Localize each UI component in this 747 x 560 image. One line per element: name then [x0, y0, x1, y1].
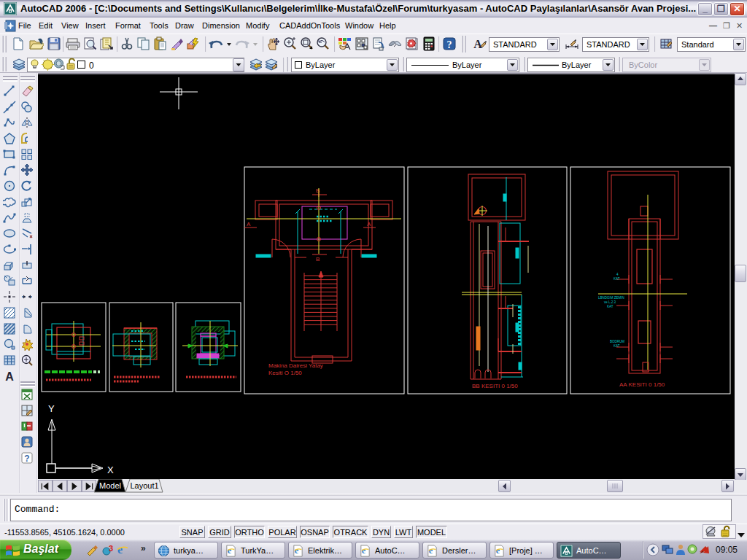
svg-text:A: A	[247, 221, 251, 228]
svg-text:e: e	[362, 545, 366, 556]
svg-text:e: e	[429, 545, 433, 556]
svg-text:KAT: KAT	[614, 344, 620, 348]
svg-text:Kesiti O 1/50: Kesiti O 1/50	[268, 370, 302, 376]
svg-text:?: ?	[24, 454, 29, 464]
svg-text:e: e	[228, 545, 232, 556]
svg-text:X: X	[107, 464, 114, 475]
svg-text:e: e	[295, 545, 299, 556]
svg-text:B: B	[316, 256, 320, 262]
svg-text:BODRUM: BODRUM	[610, 340, 624, 343]
svg-text:ve L.2.3: ve L.2.3	[604, 300, 616, 304]
svg-text:Y: Y	[48, 403, 55, 414]
svg-text:e: e	[496, 545, 500, 556]
svg-text:Makina Dairesi Yatay: Makina Dairesi Yatay	[268, 362, 323, 369]
svg-text:A: A	[367, 221, 371, 228]
svg-text:AA KESITI 0 1/50: AA KESITI 0 1/50	[619, 381, 665, 388]
svg-text:KAT: KAT	[614, 277, 620, 281]
svg-text:A: A	[473, 38, 482, 50]
svg-text:3: 3	[109, 544, 113, 553]
svg-text:BB KESITI 0 1/50: BB KESITI 0 1/50	[472, 383, 518, 389]
svg-text:Model: Model	[99, 481, 121, 490]
svg-text:KAT: KAT	[607, 305, 614, 308]
svg-text:?: ?	[447, 39, 452, 50]
svg-text:4: 4	[616, 273, 619, 276]
svg-text:A: A	[5, 370, 14, 383]
svg-text:B: B	[316, 187, 320, 194]
svg-text:Layout1: Layout1	[130, 481, 158, 490]
svg-text:LBNDGIM ZEMIN: LBNDGIM ZEMIN	[598, 296, 624, 300]
